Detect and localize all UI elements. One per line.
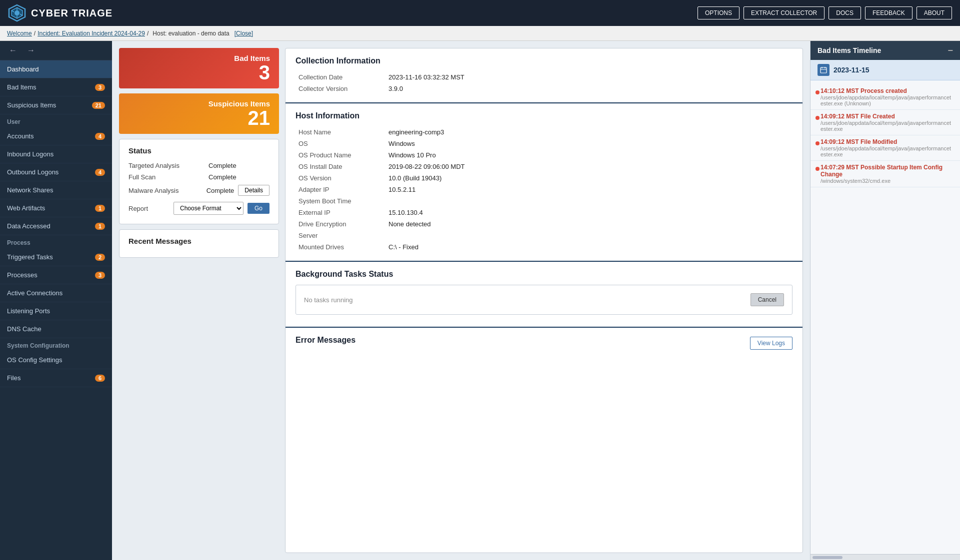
collection-date-row: Collection Date 2023-11-16 03:32:32 MST <box>296 71 792 83</box>
timeline-scrollbar <box>810 554 960 560</box>
sidebar-item-dashboard[interactable]: Dashboard <box>0 60 112 78</box>
host-info-section: Host Information Host Name engineering-c… <box>286 103 802 262</box>
sidebar-section-user: User <box>0 114 112 127</box>
sidebar-item-web-artifacts-label: Web Artifacts <box>7 204 45 212</box>
back-button[interactable]: ← <box>6 45 20 56</box>
logo-area: CYBER TRIAGE <box>8 4 112 22</box>
sidebar-item-network-shares-label: Network Shares <box>7 186 53 194</box>
sidebar-item-processes-label: Processes <box>7 271 38 279</box>
extract-collector-button[interactable]: EXTRACT COLLECTOR <box>744 6 824 19</box>
sidebar-item-inbound-logons-label: Inbound Logons <box>7 150 54 158</box>
breadcrumb-incident[interactable]: Incident: Evaluation Incident 2024-04-29 <box>38 30 145 37</box>
sidebar-item-triggered-tasks-label: Triggered Tasks <box>7 253 53 261</box>
breadcrumb: Welcome / Incident: Evaluation Incident … <box>0 26 960 41</box>
timeline-event-time-2: 14:09:12 MST File Modified <box>820 138 953 145</box>
collection-info-section: Collection Information Collection Date 2… <box>286 48 802 103</box>
recent-messages-title: Recent Messages <box>128 237 270 245</box>
sidebar-item-suspicious-items[interactable]: Suspicious Items 21 <box>0 96 112 114</box>
sidebar-item-os-config[interactable]: OS Config Settings <box>0 351 112 369</box>
os-install-label: OS Install Date <box>296 161 386 172</box>
format-select[interactable]: Choose Format PDF HTML CSV <box>174 202 244 215</box>
breadcrumb-close[interactable]: [Close] <box>234 30 253 37</box>
status-row-fullscan: Full Scan Complete <box>128 171 270 183</box>
sidebar-item-outbound-logons-badge: 4 <box>95 169 105 176</box>
sidebar-item-outbound-logons[interactable]: Outbound Logons 4 <box>0 163 112 181</box>
os-row: OS Windows <box>296 138 792 149</box>
timeline-title: Bad Items Timeline <box>818 46 881 54</box>
sidebar-item-dns-cache[interactable]: DNS Cache <box>0 320 112 338</box>
sidebar-item-accounts[interactable]: Accounts 4 <box>0 127 112 145</box>
sidebar-item-active-connections[interactable]: Active Connections <box>0 284 112 302</box>
sidebar-item-bad-items-badge: 3 <box>95 84 105 91</box>
os-product-label: OS Product Name <box>296 149 386 161</box>
os-product-row: OS Product Name Windows 10 Pro <box>296 149 792 161</box>
drive-encryption-value: None detected <box>386 218 792 230</box>
sidebar-section-system-config: System Configuration <box>0 338 112 351</box>
breadcrumb-welcome[interactable]: Welcome <box>7 30 32 37</box>
timeline-event-0: 14:10:12 MST Process created /users/jdoe… <box>810 84 960 110</box>
view-logs-button[interactable]: View Logs <box>750 337 792 350</box>
host-info-table: Host Name engineering-comp3 OS Windows O… <box>296 126 792 253</box>
background-tasks-section: Background Tasks Status No tasks running… <box>286 262 802 328</box>
sidebar-item-inbound-logons[interactable]: Inbound Logons <box>0 145 112 163</box>
app-title: CYBER TRIAGE <box>31 7 112 19</box>
cancel-button[interactable]: Cancel <box>750 293 784 306</box>
adapter-ip-row: Adapter IP 10.5.2.11 <box>296 184 792 195</box>
details-button[interactable]: Details <box>238 185 270 196</box>
bad-items-count: 3 <box>234 62 270 82</box>
status-row-targeted: Targeted Analysis Complete <box>128 160 270 171</box>
docs-button[interactable]: DOCS <box>828 6 861 19</box>
main-layout: ← → Dashboard Bad Items 3 Suspicious Ite… <box>0 41 960 560</box>
middle-layout: Bad Items 3 Suspicious Items 21 Status <box>119 48 803 553</box>
forward-button[interactable]: → <box>24 45 38 56</box>
report-label: Report <box>128 205 170 212</box>
sidebar-item-web-artifacts[interactable]: Web Artifacts 1 <box>0 199 112 217</box>
timeline-event-time-0: 14:10:12 MST Process created <box>820 87 953 94</box>
timeline-scrollbar-thumb[interactable] <box>812 556 842 559</box>
feedback-button[interactable]: FEEDBACK <box>865 6 912 19</box>
sidebar-item-dns-cache-label: DNS Cache <box>7 325 42 333</box>
sidebar-item-files[interactable]: Files 6 <box>0 369 112 387</box>
sidebar-item-bad-items[interactable]: Bad Items 3 <box>0 78 112 96</box>
status-panel-title: Status <box>128 146 270 155</box>
sidebar-item-suspicious-items-badge: 21 <box>92 102 105 109</box>
timeline-event-3: 14:07:29 MST Possible Startup Item Confi… <box>810 161 960 187</box>
external-ip-value: 15.10.130.4 <box>386 207 792 218</box>
sidebar-item-data-accessed[interactable]: Data Accessed 1 <box>0 217 112 235</box>
background-tasks-title: Background Tasks Status <box>296 270 792 279</box>
sidebar-item-network-shares[interactable]: Network Shares <box>0 181 112 199</box>
suspicious-items-card[interactable]: Suspicious Items 21 <box>119 93 279 134</box>
background-tasks-box: No tasks running Cancel <box>296 285 792 315</box>
mounted-drives-value: C:\ - Fixed <box>386 241 792 253</box>
sidebar-section-process-label: Process <box>7 239 30 246</box>
sidebar-item-web-artifacts-badge: 1 <box>95 205 105 212</box>
timeline-event-path-0: /users/jdoe/appdata/local/temp/java/java… <box>820 94 953 106</box>
sidebar-section-user-label: User <box>7 118 20 125</box>
collector-version-value: 3.9.0 <box>386 83 792 94</box>
external-ip-row: External IP 15.10.130.4 <box>296 207 792 218</box>
timeline-event-path-3: /windows/system32/cmd.exe <box>820 178 953 184</box>
sidebar-section-process: Process <box>0 235 112 248</box>
timeline-date-header: 2023-11-15 <box>810 60 960 80</box>
timeline-event-1: 14:09:12 MST File Created /users/jdoe/ap… <box>810 110 960 135</box>
sidebar-item-processes[interactable]: Processes 3 <box>0 266 112 284</box>
collector-version-label: Collector Version <box>296 83 386 94</box>
adapter-ip-value: 10.5.2.11 <box>386 184 792 195</box>
full-scan-value: Complete <box>208 173 270 181</box>
calendar-icon <box>818 64 830 76</box>
header-buttons: OPTIONS EXTRACT COLLECTOR DOCS FEEDBACK … <box>698 6 952 19</box>
timeline-event-path-2: /users/jdoe/appdata/local/temp/java/java… <box>820 145 953 157</box>
os-product-value: Windows 10 Pro <box>386 149 792 161</box>
sidebar-item-triggered-tasks[interactable]: Triggered Tasks 2 <box>0 248 112 266</box>
go-button[interactable]: Go <box>248 203 270 214</box>
timeline-panel: Bad Items Timeline − 2023-11-15 14:10:12… <box>810 41 960 560</box>
timeline-minimize-button[interactable]: − <box>948 46 953 55</box>
about-button[interactable]: ABOUT <box>916 6 952 19</box>
error-messages-title: Error Messages <box>296 336 356 345</box>
no-tasks-text: No tasks running <box>304 296 353 304</box>
targeted-analysis-value: Complete <box>208 162 270 169</box>
bad-items-card[interactable]: Bad Items 3 <box>119 48 279 88</box>
timeline-content: 14:10:12 MST Process created /users/jdoe… <box>810 80 960 554</box>
options-button[interactable]: OPTIONS <box>698 6 740 19</box>
sidebar-item-listening-ports[interactable]: Listening Ports <box>0 302 112 320</box>
